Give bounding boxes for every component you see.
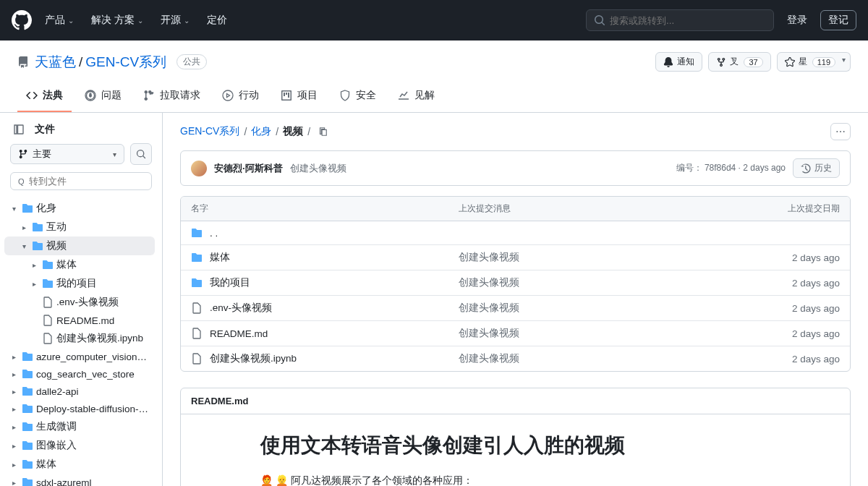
history-button[interactable]: 历史 xyxy=(793,158,840,178)
tree-item-label: dalle2-api xyxy=(36,386,150,397)
tree-item-label: 创建头像视频.ipynb xyxy=(56,332,150,345)
chevron-icon: ▸ xyxy=(29,280,39,288)
copy-path-button[interactable] xyxy=(318,127,328,137)
breadcrumb-part[interactable]: GEN-CV系列 xyxy=(180,125,239,138)
chevron-icon: ▸ xyxy=(9,461,19,469)
search-icon xyxy=(136,149,146,159)
tree-folder[interactable]: ▸Deploy-stable-diffusion-on-azure... xyxy=(4,400,155,417)
file-link[interactable]: 媒体 xyxy=(210,251,230,264)
commit-msg-link[interactable]: 创建头像视频 xyxy=(459,302,519,313)
file-filter[interactable]: Q xyxy=(10,172,152,190)
folder-icon xyxy=(22,459,33,470)
tree-item-label: 媒体 xyxy=(36,458,150,471)
global-search[interactable] xyxy=(586,9,774,31)
commit-msg-link[interactable]: 创建头像视频 xyxy=(459,353,519,364)
tab-graph[interactable]: 见解 xyxy=(389,83,443,112)
github-logo[interactable] xyxy=(12,10,32,30)
tab-project[interactable]: 项目 xyxy=(272,83,326,112)
repo-icon xyxy=(17,56,29,68)
col-header-message: 上次提交消息 xyxy=(459,202,767,215)
tree-folder[interactable]: ▸我的项目 xyxy=(4,274,155,293)
files-panel-icon[interactable] xyxy=(13,124,25,135)
file-link[interactable]: .env-头像视频 xyxy=(210,302,272,315)
files-title: 文件 xyxy=(35,123,55,136)
tree-folder[interactable]: ▾化身 xyxy=(4,199,155,218)
star-button[interactable]: 星 119 xyxy=(777,52,843,72)
latest-commit: 安德烈·阿斯科普 创建头像视频 编号： 78f86d4 · 2 days ago… xyxy=(180,150,851,186)
fork-button[interactable]: 叉 37 xyxy=(708,52,770,72)
repo-tabs: 法典问题拉取请求行动项目安全见解 xyxy=(17,83,851,112)
folder-icon xyxy=(22,202,33,214)
avatar[interactable] xyxy=(191,161,207,176)
nav-item[interactable]: 定价 xyxy=(200,9,234,31)
tree-item-label: 化身 xyxy=(36,202,150,215)
branch-select[interactable]: 主要 ▾ xyxy=(10,144,124,164)
tree-file[interactable]: 创建头像视频.ipynb xyxy=(4,329,155,348)
nav-item[interactable]: 开源⌄ xyxy=(153,9,197,31)
chevron-down-icon: ⌄ xyxy=(184,17,190,25)
tab-shield[interactable]: 安全 xyxy=(331,83,385,112)
file-tree: ▾化身▸互动▾视频▸媒体▸我的项目.env-头像视频README.md创建头像视… xyxy=(0,196,162,486)
tree-search-button[interactable] xyxy=(130,143,152,165)
more-menu[interactable]: ⋯ xyxy=(830,123,851,140)
play-icon xyxy=(222,90,234,101)
commit-author[interactable]: 安德烈·阿斯科普 xyxy=(214,162,283,175)
file-icon xyxy=(42,297,54,308)
chevron-down-icon: ⌄ xyxy=(68,17,74,25)
tree-folder[interactable]: ▸sdxl-azureml xyxy=(4,474,155,486)
tree-folder[interactable]: ▸dalle2-api xyxy=(4,383,155,400)
sign-up-button[interactable]: 登记 xyxy=(820,10,856,30)
tree-folder[interactable]: ▸媒体 xyxy=(4,255,155,274)
tree-folder[interactable]: ▸媒体 xyxy=(4,455,155,474)
star-dropdown[interactable]: ▾ xyxy=(838,52,851,72)
folder-icon xyxy=(22,385,33,397)
repo-header: 天蓝色 / GEN-CV系列 公共 通知 叉 37 星 119 ▾ xyxy=(0,40,868,113)
branch-icon xyxy=(18,149,28,159)
file-link[interactable]: . . xyxy=(210,228,218,239)
file-link[interactable]: README.md xyxy=(210,328,268,339)
tab-code[interactable]: 法典 xyxy=(17,83,72,112)
commit-msg-link[interactable]: 创建头像视频 xyxy=(459,328,519,338)
history-icon xyxy=(801,163,811,174)
breadcrumb-part: 视频 xyxy=(283,125,303,138)
chevron-icon: ▸ xyxy=(9,370,19,378)
owner-link[interactable]: 天蓝色 xyxy=(35,53,76,72)
tab-play[interactable]: 行动 xyxy=(213,83,268,112)
nav-item[interactable]: 解决 方案⌄ xyxy=(84,9,150,31)
chevron-icon: ▸ xyxy=(9,353,19,361)
search-input[interactable] xyxy=(610,15,766,26)
tree-item-label: 我的项目 xyxy=(56,277,150,290)
tree-folder[interactable]: ▸图像嵌入 xyxy=(4,436,155,455)
tree-folder[interactable]: ▸cog_search_vec_store xyxy=(4,365,155,383)
table-row: . . xyxy=(181,221,850,245)
commit-message[interactable]: 创建头像视频 xyxy=(290,162,346,175)
breadcrumb-part[interactable]: 化身 xyxy=(251,125,271,138)
project-icon xyxy=(281,90,292,101)
file-link[interactable]: 我的项目 xyxy=(210,276,250,289)
visibility-badge: 公共 xyxy=(176,54,207,69)
file-link[interactable]: 创建头像视频.ipynb xyxy=(210,352,297,365)
tree-file[interactable]: .env-头像视频 xyxy=(4,293,155,312)
folder-icon xyxy=(191,227,203,239)
tree-folder[interactable]: ▾视频 xyxy=(4,236,155,255)
commit-msg-link[interactable]: 创建头像视频 xyxy=(459,277,519,288)
star-icon xyxy=(785,57,795,67)
sign-in-link[interactable]: 登录 xyxy=(780,11,814,30)
tab-issue[interactable]: 问题 xyxy=(76,83,130,112)
pr-icon xyxy=(143,90,155,101)
notifications-button[interactable]: 通知 xyxy=(655,52,702,72)
repo-link[interactable]: GEN-CV系列 xyxy=(85,53,166,72)
chevron-icon: ▸ xyxy=(29,261,39,269)
file-filter-input[interactable] xyxy=(29,176,150,187)
chevron-icon: ▸ xyxy=(9,423,19,431)
nav-item[interactable]: 产品⌄ xyxy=(38,9,81,31)
tree-folder[interactable]: ▸互动 xyxy=(4,218,155,236)
tree-item-label: 视频 xyxy=(46,239,150,252)
tab-pr[interactable]: 拉取请求 xyxy=(135,83,209,112)
tree-file[interactable]: README.md xyxy=(4,312,155,329)
commit-sha[interactable]: 78f86d4 xyxy=(705,163,736,173)
commit-date: 2 days ago xyxy=(767,252,840,263)
commit-msg-link[interactable]: 创建头像视频 xyxy=(459,252,519,263)
tree-folder[interactable]: ▸azure_computer_vision_workshop xyxy=(4,348,155,365)
tree-folder[interactable]: ▸生成微调 xyxy=(4,417,155,436)
